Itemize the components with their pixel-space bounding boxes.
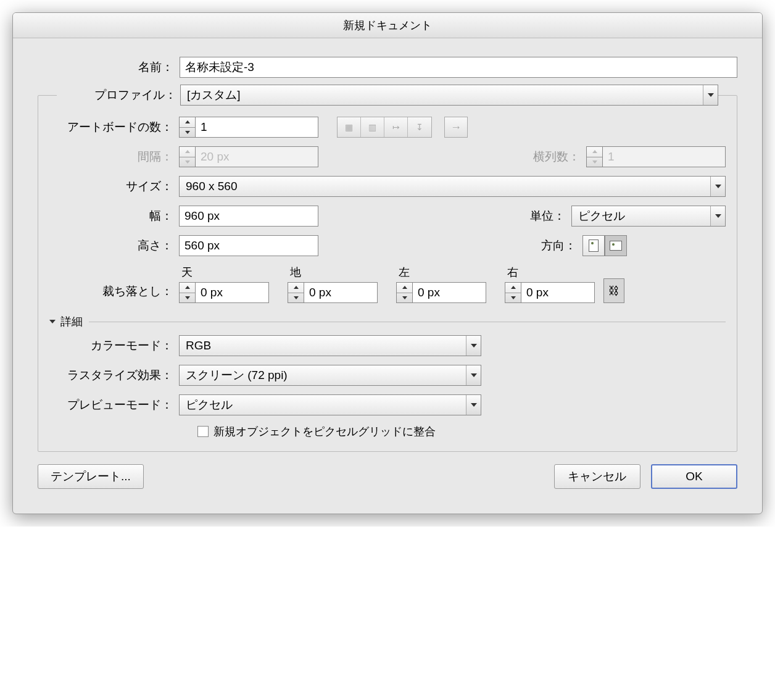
profile-dropdown[interactable]: [カスタム] [180,85,718,106]
details-disclosure[interactable]: 詳細 [49,314,726,329]
link-icon: ⛓ [608,285,620,298]
details-label: 詳細 [60,314,83,329]
chevron-down-icon [710,177,725,196]
grid-by-row-icon[interactable]: ▦ [338,117,361,137]
spacing-label: 間隔： [49,149,179,165]
raster-effects-value: スクリーン (72 ppi) [186,367,288,383]
stepper-buttons-icon[interactable] [396,282,412,303]
name-label: 名前： [38,59,180,75]
bleed-right-input[interactable] [521,282,595,303]
stepper-buttons-icon[interactable] [179,117,195,138]
spacing-input [195,146,318,167]
stepper-buttons-icon[interactable] [179,282,195,303]
raster-effects-label: ラスタライズ効果： [49,367,179,383]
arrange-ltr-button[interactable]: → [444,117,468,138]
columns-label: 横列数： [533,149,586,165]
arrange-right-icon[interactable]: ↦ [384,117,408,137]
size-label: サイズ： [49,178,179,194]
orientation-portrait-button[interactable] [582,235,605,256]
orientation-landscape-button[interactable] [605,235,627,256]
portrait-icon [589,240,599,252]
name-input[interactable] [180,57,737,78]
bleed-bottom-label: 地 [288,265,378,280]
chevron-down-icon [466,395,481,415]
arrange-down-icon[interactable]: ↧ [408,117,431,137]
bleed-top-label: 天 [179,265,269,280]
units-label: 単位： [530,208,571,224]
units-value: ピクセル [578,208,625,224]
width-label: 幅： [49,208,179,224]
width-input[interactable] [179,206,318,227]
bleed-bottom-input[interactable] [304,282,378,303]
chevron-down-icon [703,85,718,105]
preview-mode-dropdown[interactable]: ピクセル [179,394,481,415]
height-label: 高さ： [49,238,179,254]
preview-mode-label: プレビューモード： [49,397,179,413]
bleed-left-label: 左 [396,265,486,280]
size-value: 960 x 560 [186,180,237,193]
cancel-button[interactable]: キャンセル [554,464,640,489]
preview-mode-value: ピクセル [186,397,233,413]
color-mode-label: カラーモード： [49,338,179,354]
spacing-spinner [179,146,318,167]
chevron-down-icon [466,365,481,385]
bleed-left-spinner[interactable] [396,282,486,303]
chevron-down-icon [49,320,56,323]
ok-button[interactable]: OK [651,464,737,489]
chevron-down-icon [710,206,725,226]
color-mode-value: RGB [186,339,211,352]
bleed-top-input[interactable] [195,282,269,303]
profile-value: [カスタム] [187,87,241,103]
bleed-right-label: 右 [505,265,595,280]
orientation-label: 方向： [541,238,582,254]
artboards-input[interactable] [195,117,318,138]
columns-input [602,146,726,167]
template-button[interactable]: テンプレート... [38,464,144,489]
raster-effects-dropdown[interactable]: スクリーン (72 ppi) [179,365,481,386]
bleed-right-spinner[interactable] [505,282,595,303]
stepper-buttons-icon[interactable] [505,282,521,303]
stepper-buttons-icon [179,146,195,167]
bleed-label: 裁ち落とし： [49,283,179,303]
grid-by-column-icon[interactable]: ▥ [361,117,384,137]
columns-spinner [586,146,726,167]
profile-label: プロファイル： [57,87,180,103]
new-document-dialog: 新規ドキュメント 名前： プロファイル： [カスタム] アートボードの数： [12,12,763,514]
bleed-bottom-spinner[interactable] [288,282,378,303]
align-to-grid-label: 新規オブジェクトをピクセルグリッドに整合 [213,424,436,439]
color-mode-dropdown[interactable]: RGB [179,335,481,356]
bleed-link-button[interactable]: ⛓ [603,278,624,303]
chevron-down-icon [466,336,481,356]
stepper-buttons-icon[interactable] [288,282,304,303]
stepper-buttons-icon [586,146,602,167]
size-dropdown[interactable]: 960 x 560 [179,176,726,197]
artboard-layout-group: ▦ ▥ ↦ ↧ [337,117,432,138]
height-input[interactable] [179,235,318,256]
align-to-grid-checkbox[interactable] [197,426,209,437]
units-dropdown[interactable]: ピクセル [571,206,726,227]
dialog-title: 新規ドキュメント [13,13,762,38]
artboards-spinner[interactable] [179,117,318,138]
bleed-left-input[interactable] [412,282,486,303]
landscape-icon [610,241,622,251]
bleed-top-spinner[interactable] [179,282,269,303]
artboards-label: アートボードの数： [49,119,179,135]
